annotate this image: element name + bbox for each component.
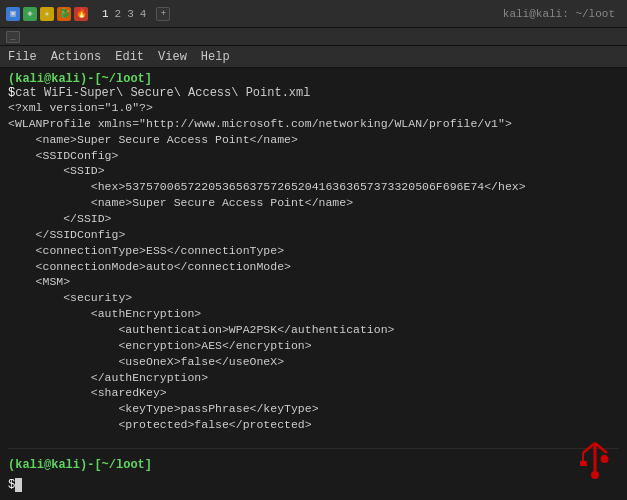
prompt-line-1: (kali@kali)-[~/loot] <box>8 72 619 86</box>
tab-2[interactable]: 2 <box>115 8 122 20</box>
xml-line-16: <encryption>AES</encryption> <box>8 338 619 354</box>
tab-1[interactable]: 1 <box>102 8 109 20</box>
tab-3[interactable]: 3 <box>127 8 134 20</box>
terminal-content: (kali@kali)-[~/loot] $ cat WiFi-Super\ S… <box>8 72 619 448</box>
menu-view[interactable]: View <box>158 50 187 64</box>
bottom-cmd-line: $ <box>8 478 619 496</box>
xml-line-8: </SSID> <box>8 211 619 227</box>
xml-line-20: <keyType>passPhrase</keyType> <box>8 401 619 417</box>
minimize-bar: _ <box>0 28 627 46</box>
xml-line-18: </authEncryption> <box>8 370 619 386</box>
xml-line-22: <keyMaterial>Password1337!@</keyMaterial… <box>8 433 619 448</box>
menu-help[interactable]: Help <box>201 50 230 64</box>
bottom-prompt: (kali@kali)-[~/loot] <box>8 448 619 478</box>
svg-line-2 <box>595 443 607 453</box>
title-bar: ▣ ◈ ★ 🐉 🔥 1 2 3 4 + kali@kali: ~/loot <box>0 0 627 28</box>
menu-edit[interactable]: Edit <box>115 50 144 64</box>
minimize-icon[interactable]: _ <box>6 31 20 43</box>
usb-icon <box>579 441 611 488</box>
menu-actions[interactable]: Actions <box>51 50 101 64</box>
xml-line-15: <authentication>WPA2PSK</authentication> <box>8 322 619 338</box>
xml-line-1: <?xml version="1.0"?> <box>8 100 619 116</box>
svg-point-7 <box>591 471 599 479</box>
icon-blue[interactable]: ▣ <box>6 7 20 21</box>
xml-line-5: <SSID> <box>8 163 619 179</box>
svg-line-1 <box>583 443 595 453</box>
prompt-user-1: (kali@kali)-[~/loot] <box>8 72 152 86</box>
xml-line-4: <SSIDConfig> <box>8 148 619 164</box>
icon-orange[interactable]: 🐉 <box>57 7 71 21</box>
prompt-cmd-line: $ cat WiFi-Super\ Secure\ Access\ Point.… <box>8 86 619 100</box>
xml-line-2: <WLANProfile xmlns="http://www.microsoft… <box>8 116 619 132</box>
xml-line-6: <hex>53757006572205365637572652041636365… <box>8 179 619 195</box>
xml-line-19: <sharedKey> <box>8 385 619 401</box>
xml-line-10: <connectionType>ESS</connectionType> <box>8 243 619 259</box>
menu-file[interactable]: File <box>8 50 37 64</box>
prompt-sym-2: $ <box>8 478 15 492</box>
tab-numbers: 1 2 3 4 <box>102 8 146 20</box>
xml-line-13: <security> <box>8 290 619 306</box>
cursor <box>15 478 22 492</box>
xml-line-11: <connectionMode>auto</connectionMode> <box>8 259 619 275</box>
terminal: (kali@kali)-[~/loot] $ cat WiFi-Super\ S… <box>0 68 627 500</box>
menu-bar: File Actions Edit View Help <box>0 46 627 68</box>
window-control-icons: ▣ ◈ ★ 🐉 🔥 <box>6 7 88 21</box>
xml-line-9: </SSIDConfig> <box>8 227 619 243</box>
xml-line-21: <protected>false</protected> <box>8 417 619 433</box>
prompt-user-2: (kali@kali)-[~/loot] <box>8 458 152 472</box>
tab-4[interactable]: 4 <box>140 8 147 20</box>
xml-line-3: <name>Super Secure Access Point</name> <box>8 132 619 148</box>
icon-red[interactable]: 🔥 <box>74 7 88 21</box>
xml-line-17: <useOneX>false</useOneX> <box>8 354 619 370</box>
cmd-text: cat WiFi-Super\ Secure\ Access\ Point.xm… <box>15 86 310 100</box>
svg-rect-4 <box>580 461 587 466</box>
prompt-sym-1: $ <box>8 86 15 100</box>
xml-line-12: <MSM> <box>8 274 619 290</box>
new-tab-icon[interactable]: + <box>156 7 170 21</box>
xml-line-14: <authEncryption> <box>8 306 619 322</box>
window-title: kali@kali: ~/loot <box>503 8 621 20</box>
xml-line-7: <name>Super Secure Access Point</name> <box>8 195 619 211</box>
icon-yellow[interactable]: ★ <box>40 7 54 21</box>
icon-green[interactable]: ◈ <box>23 7 37 21</box>
